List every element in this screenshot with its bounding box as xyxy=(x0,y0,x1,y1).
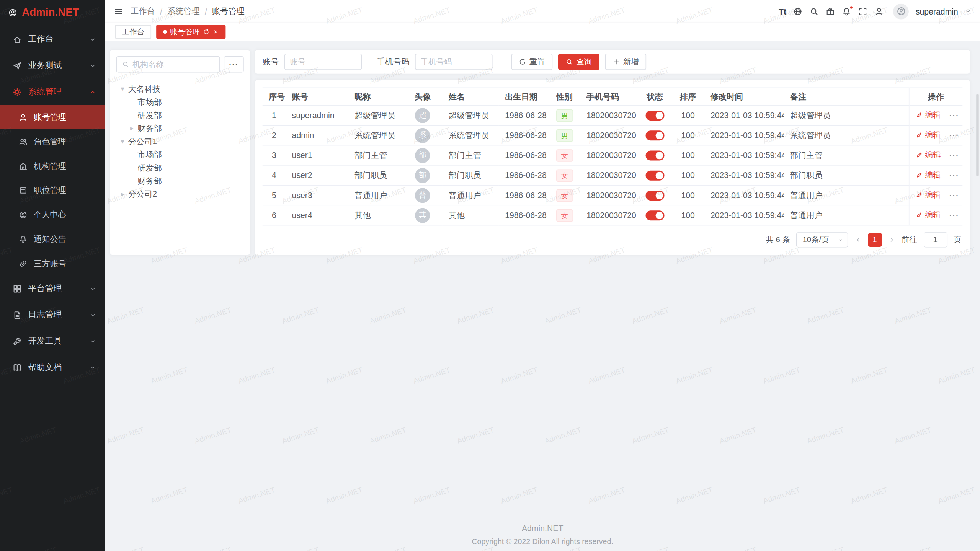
status-toggle[interactable] xyxy=(645,150,664,160)
page-number-current[interactable]: 1 xyxy=(868,233,882,247)
row-more-button[interactable]: ··· xyxy=(949,171,959,181)
sidebar-item-business-test[interactable]: 业务测试 xyxy=(0,52,105,79)
logo[interactable]: Admin.NET xyxy=(0,0,105,25)
system-submenu: 账号管理 角色管理 机构管理 职位管理 个人中心 xyxy=(0,105,105,276)
row-avatar: 超 xyxy=(415,108,430,123)
chevron-down-icon[interactable] xyxy=(965,8,971,14)
tab-bar: 工作台 账号管理 xyxy=(105,23,980,41)
tree-node[interactable]: 研发部 xyxy=(116,161,244,174)
status-toggle[interactable] xyxy=(645,210,664,220)
cell-nickname: 部门职员 xyxy=(348,165,403,185)
row-more-button[interactable]: ··· xyxy=(949,152,959,161)
fullscreen-icon[interactable] xyxy=(858,7,867,16)
sidebar-item-notice[interactable]: 通知公告 xyxy=(0,227,105,251)
row-more-button[interactable]: ··· xyxy=(949,211,959,220)
column-header: 手机号码 xyxy=(580,88,638,105)
font-size-icon[interactable]: Tt xyxy=(779,7,786,16)
user-avatar[interactable] xyxy=(893,3,909,19)
row-more-button[interactable]: ··· xyxy=(949,131,959,140)
top-bar: 工作台 / 系统管理 / 账号管理 Tt sup xyxy=(105,0,980,23)
cell-order: 100 xyxy=(672,185,704,205)
sidebar-item-label: 机构管理 xyxy=(34,160,96,171)
org-search-input[interactable] xyxy=(132,60,214,69)
gear-icon xyxy=(13,87,22,96)
edit-button[interactable]: 编辑 xyxy=(916,170,941,181)
reset-button[interactable]: 重置 xyxy=(511,54,553,70)
tab-workbench[interactable]: 工作台 xyxy=(115,25,151,39)
globe-icon[interactable] xyxy=(793,7,802,16)
send-icon xyxy=(13,61,22,70)
search-button[interactable]: 查询 xyxy=(558,54,599,70)
tree-node[interactable]: 市场部 xyxy=(116,96,244,109)
edit-button[interactable]: 编辑 xyxy=(916,150,941,160)
gift-icon[interactable] xyxy=(826,7,835,16)
prev-page-icon[interactable] xyxy=(854,236,862,244)
edit-button[interactable]: 编辑 xyxy=(916,190,941,201)
status-toggle[interactable] xyxy=(645,130,664,140)
sidebar-item-platform-management[interactable]: 平台管理 xyxy=(0,276,105,302)
phone-input[interactable] xyxy=(415,54,492,70)
next-page-icon[interactable] xyxy=(888,236,895,244)
notification-bell-button[interactable] xyxy=(842,7,851,16)
hamburger-menu-icon[interactable] xyxy=(114,7,123,16)
edit-button[interactable]: 编辑 xyxy=(916,130,941,140)
page-size-select[interactable]: 10条/页 xyxy=(796,232,848,247)
tree-node[interactable]: ▸分公司2 xyxy=(116,187,244,201)
sidebar-item-personal-center[interactable]: 个人中心 xyxy=(0,202,105,227)
username[interactable]: superadmin xyxy=(916,7,958,16)
cell-index: 5 xyxy=(263,185,286,205)
refresh-icon[interactable] xyxy=(203,29,209,35)
sidebar-item-account-management[interactable]: 账号管理 xyxy=(0,105,105,129)
row-more-button[interactable]: ··· xyxy=(949,111,959,121)
accounts-table: 序号 账号 昵称 头像 姓名 出生日期 性别 手机号码 状态 排序 修改时间 xyxy=(263,88,963,226)
goto-page-input[interactable] xyxy=(923,232,947,247)
cell-actions: 编辑 ··· xyxy=(909,185,962,205)
account-input[interactable] xyxy=(284,54,362,70)
sidebar-item-role-management[interactable]: 角色管理 xyxy=(0,129,105,154)
add-button[interactable]: 新增 xyxy=(605,54,646,70)
tree-node-label: 分公司1 xyxy=(128,136,157,147)
column-header: 修改时间 xyxy=(704,88,784,105)
sidebar-item-dev-tools[interactable]: 开发工具 xyxy=(0,328,105,354)
breadcrumb-item[interactable]: 工作台 xyxy=(131,6,155,17)
tree-node[interactable]: 研发部 xyxy=(116,109,244,122)
caret-down-icon[interactable]: ▾ xyxy=(119,137,126,145)
caret-right-icon[interactable]: ▸ xyxy=(119,190,126,198)
table-body: 1 superadmin 超级管理员 超 超级管理员 1986-06-28 男 … xyxy=(263,105,963,225)
breadcrumb: 工作台 / 系统管理 / 账号管理 xyxy=(131,6,245,17)
edit-label: 编辑 xyxy=(925,150,941,160)
tree-node[interactable]: ▾大名科技 xyxy=(116,83,244,96)
search-icon[interactable] xyxy=(809,7,818,16)
sidebar-item-system-management[interactable]: 系统管理 xyxy=(0,79,105,105)
breadcrumb-item[interactable]: 系统管理 xyxy=(167,6,200,17)
status-toggle[interactable] xyxy=(645,170,664,180)
caret-down-icon[interactable]: ▾ xyxy=(119,85,126,93)
sidebar-item-workbench[interactable]: 工作台 xyxy=(0,26,105,53)
status-toggle[interactable] xyxy=(645,191,664,201)
status-toggle[interactable] xyxy=(645,111,664,121)
sidebar-item-org-management[interactable]: 机构管理 xyxy=(0,154,105,178)
tree-node[interactable]: ▸财务部 xyxy=(116,122,244,135)
tree-node[interactable]: ▾分公司1 xyxy=(116,135,244,148)
tool-icon xyxy=(13,336,22,346)
sidebar-item-third-party-account[interactable]: 三方账号 xyxy=(0,251,105,276)
tab-account-management[interactable]: 账号管理 xyxy=(156,25,225,39)
tree-more-button[interactable]: ··· xyxy=(224,56,243,72)
sidebar-item-help-docs[interactable]: 帮助文档 xyxy=(0,354,105,381)
cell-actions: 编辑 ··· xyxy=(909,145,962,165)
user-icon[interactable] xyxy=(874,7,884,16)
edit-icon xyxy=(916,131,923,139)
breadcrumb-separator: / xyxy=(160,7,162,16)
sidebar-item-position-management[interactable]: 职位管理 xyxy=(0,178,105,202)
edit-button[interactable]: 编辑 xyxy=(916,210,941,220)
row-more-button[interactable]: ··· xyxy=(949,191,959,201)
close-icon[interactable] xyxy=(212,29,219,35)
edit-button[interactable]: 编辑 xyxy=(916,110,941,121)
cell-account: user1 xyxy=(286,145,348,165)
sidebar-item-log-management[interactable]: 日志管理 xyxy=(0,302,105,328)
scrollbar-thumb[interactable] xyxy=(976,94,979,176)
cell-remark: 系统管理员 xyxy=(784,125,909,145)
tree-node[interactable]: 财务部 xyxy=(116,174,244,187)
caret-right-icon[interactable]: ▸ xyxy=(128,124,136,132)
tree-node[interactable]: 市场部 xyxy=(116,148,244,161)
